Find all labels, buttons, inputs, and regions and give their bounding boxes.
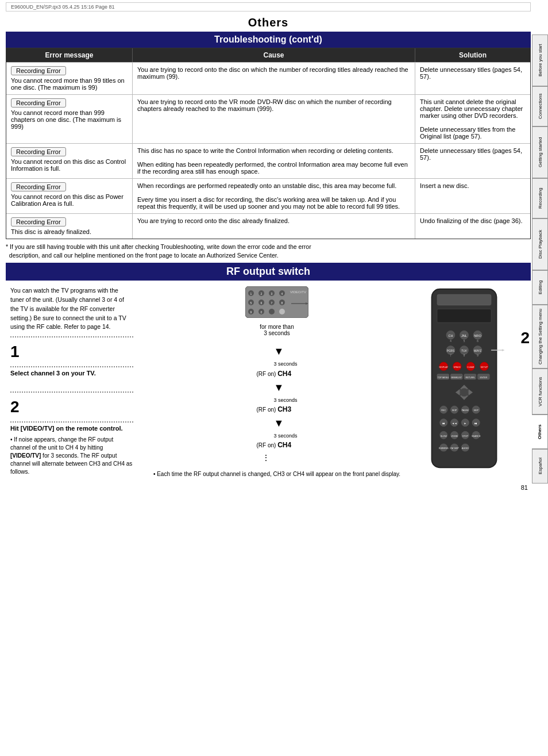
cause-text-3: This disc has no space to write the Cont…: [137, 147, 408, 175]
rf-left-panel: You can watch the TV programs with the t…: [6, 283, 138, 482]
solution-cell-2: This unit cannot delete the original cha…: [415, 95, 530, 143]
sidebar-tab-changing-setting[interactable]: Changing the Setting menu: [532, 305, 548, 369]
svg-text:►: ►: [464, 422, 467, 425]
cause-cell-1: You are trying to record onto the disc o…: [133, 63, 415, 94]
sidebar-tab-vcr-functions[interactable]: VCR functions: [532, 369, 548, 415]
remote-svg: CH JNL NRO 4 5 6 PGRS TUV WAYZ 7 8 9 DIS…: [418, 286, 510, 470]
svg-text:4: 4: [281, 292, 283, 296]
col-header-solution: Solution: [415, 48, 530, 62]
rf-seconds-3: 3 seconds: [273, 432, 297, 440]
svg-text:0: 0: [261, 310, 263, 314]
step1-dots: [10, 336, 133, 337]
svg-rect-27: [437, 294, 491, 305]
sidebar-tabs: Before you start Connections Getting sta…: [532, 34, 548, 483]
rf-ch4-2: (RF on) CH4: [256, 440, 297, 451]
solution-text-2: This unit cannot delete the original cha…: [420, 98, 523, 140]
table-col-headers: Error message Cause Solution: [6, 48, 530, 62]
error-badge-4: Recording Error: [11, 182, 66, 191]
step2-body-text: • If noise appears, change the RF output…: [10, 436, 132, 475]
error-badge-2: Recording Error: [11, 98, 66, 108]
rf-seconds-1: 3 seconds: [273, 360, 297, 368]
error-cell-4: Recording Error You cannot record on thi…: [6, 179, 133, 213]
solution-text-1: Delete unnecessary titles (pages 54, 57)…: [420, 66, 522, 80]
step2-dots-after: [10, 421, 133, 423]
svg-text:2: 2: [261, 292, 263, 296]
svg-text:TUV: TUV: [461, 350, 467, 352]
rf-section-title: RF output switch: [6, 263, 531, 281]
step2-body: • If noise appears, change the RF output…: [10, 436, 133, 476]
svg-text:WAYZ: WAYZ: [474, 350, 481, 352]
svg-text:SLOW: SLOW: [441, 435, 447, 438]
error-text-3: You cannot record on this disc as Contro…: [11, 158, 126, 172]
cause-cell-5: You are trying to record onto the disc a…: [133, 214, 415, 239]
rf-3-seconds-label: 3 seconds: [264, 330, 290, 336]
svg-text:3: 3: [271, 292, 273, 296]
svg-text:DUBBING: DUBBING: [439, 448, 449, 450]
solution-cell-4: Insert a new disc.: [415, 179, 530, 213]
cause-text-5: You are trying to record onto the disc a…: [137, 217, 290, 224]
rf-each-label: • Each time the RF output channel is cha…: [142, 470, 411, 478]
step2-number: 2: [10, 395, 133, 419]
sidebar-tab-disc-playback[interactable]: Disc Playback: [532, 218, 548, 270]
rf-arrow-down-1: ▼: [273, 343, 297, 360]
error-text-5: This disc is already finalized.: [11, 228, 91, 235]
svg-marker-99: [502, 350, 505, 352]
svg-text:5: 5: [464, 340, 465, 343]
sidebar-tab-recording[interactable]: Recording: [532, 178, 548, 218]
svg-text:JNL: JNL: [461, 334, 467, 337]
cause-cell-4: When recordings are performed repeatedly…: [133, 179, 415, 213]
rf-right-panel: 2 CH JNL NRO 4 5 6 PGRS TUV: [416, 283, 531, 482]
svg-point-67: [460, 388, 468, 397]
rf-diagram: ▼ 3 seconds (RF on) CH4 ▼ 3 seconds (RF …: [256, 343, 297, 464]
footnote: * If you are still having trouble with t…: [6, 243, 531, 259]
rf-arrow-down-2: ▼: [273, 379, 297, 396]
troubleshooting-table: Error message Cause Solution Recording E…: [6, 48, 531, 239]
cause-text-4: When recordings are performed repeatedly…: [137, 182, 400, 210]
svg-text:8: 8: [281, 301, 283, 305]
sidebar-tab-espanol[interactable]: Español: [532, 449, 548, 483]
svg-text:DISPLAY: DISPLAY: [439, 366, 448, 369]
cause-text-1: You are trying to record onto the disc o…: [137, 66, 408, 80]
svg-point-21: [269, 309, 275, 314]
rf-arrow-down-3: ▼: [273, 415, 297, 432]
rf-for-more-than: for more than 3 seconds: [142, 324, 411, 336]
sidebar-tab-editing[interactable]: Editing: [532, 270, 548, 305]
svg-text:⏭: ⏭: [474, 422, 477, 425]
svg-text:VIDEO/TV: VIDEO/TV: [290, 290, 306, 294]
solution-cell-5: Undo finalizing of the disc (page 36).: [415, 214, 530, 239]
sidebar-tab-others[interactable]: Others: [532, 415, 548, 449]
svg-text:6: 6: [261, 301, 263, 305]
svg-text:BKMKLIST: BKMKLIST: [451, 377, 462, 379]
svg-text:ENTER: ENTER: [480, 377, 488, 379]
svg-text:SPACE: SPACE: [454, 366, 461, 369]
error-text-1: You cannot record more than 99 titles on…: [11, 77, 125, 91]
step1-label: Select channel 3 on your TV.: [10, 369, 133, 378]
error-text-2: You cannot record more than 999 chapters…: [11, 109, 121, 130]
error-cell-5: Recording Error This disc is already fin…: [6, 214, 133, 239]
rf-center-panel: 1 2 3 4 5 6 7 8 9 0 VIDEO/TV for: [138, 283, 416, 482]
svg-point-22: [279, 309, 285, 314]
svg-text:CLEAR: CLEAR: [467, 366, 474, 369]
svg-text:⏮: ⏮: [442, 422, 445, 425]
step1-number: 1: [10, 340, 133, 364]
rf-for-more-label: for more than: [260, 324, 294, 330]
cause-cell-2: You are trying to record onto the VR mod…: [133, 95, 415, 143]
solution-text-5: Undo finalizing of the disc (page 36).: [420, 217, 523, 224]
svg-text:SKIP: SKIP: [452, 410, 457, 412]
error-cell-1: Recording Error You cannot record more t…: [6, 63, 133, 94]
svg-text:7: 7: [450, 355, 451, 358]
col-header-cause: Cause: [133, 48, 415, 62]
sidebar-tab-connections[interactable]: Connections: [532, 86, 548, 126]
solution-cell-1: Delete unnecessary titles (pages 54, 57)…: [415, 63, 530, 94]
svg-text:8: 8: [464, 355, 465, 358]
page-number: 81: [0, 484, 528, 491]
small-remote-image: 1 2 3 4 5 6 7 8 9 0 VIDEO/TV: [245, 286, 308, 319]
sidebar-tab-getting-started[interactable]: Getting started: [532, 126, 548, 178]
svg-text:◄◄: ◄◄: [451, 422, 457, 425]
rf-intro-text: You can watch the TV programs with the t…: [10, 286, 133, 332]
rf-ch3: (RF on) CH3: [256, 404, 297, 415]
sidebar-tab-before-you-start[interactable]: Before you start: [532, 34, 548, 86]
svg-text:SEARCH: SEARCH: [472, 435, 481, 438]
error-cell-2: Recording Error You cannot record more t…: [6, 95, 133, 143]
col-header-error: Error message: [6, 48, 133, 62]
